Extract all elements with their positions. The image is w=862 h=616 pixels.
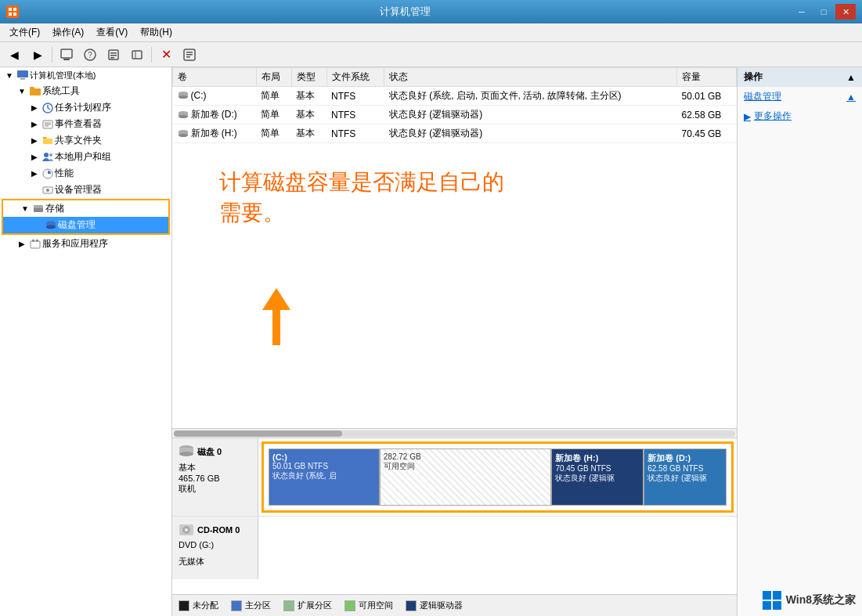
cell-type: 基本 [291,106,326,124]
svg-rect-21 [30,87,34,89]
sidebar-item-device-manager[interactable]: 设备管理器 [0,182,171,198]
cell-status: 状态良好 (逻辑驱动器) [384,124,677,143]
app-icon [6,5,19,18]
disk-0-type: 基本 [179,462,251,474]
svg-rect-0 [9,8,12,11]
toolbar-btn-5[interactable] [103,45,124,65]
svg-point-29 [44,153,49,157]
arrow-head [262,288,290,310]
sidebar-performance-label: 性能 [55,167,74,180]
expand-icon: ▶ [28,169,41,178]
svg-point-38 [46,225,56,229]
svg-rect-9 [110,52,117,54]
cell-fs: NTFS [326,124,384,143]
partition-h[interactable]: 新加卷 (H:) 70.45 GB NTFS 状态良好 (逻辑驱 [551,448,644,506]
toolbar-btn-3[interactable] [56,45,78,65]
sidebar-item-system-tools[interactable]: ▼ 系统工具 [0,83,171,99]
disk-0-status: 联机 [179,483,251,495]
window-controls: ─ □ ✕ [792,4,856,20]
svg-point-53 [179,452,193,456]
legend-primary: 主分区 [231,600,271,611]
partition-free-size: 282.72 GB [384,452,548,461]
cell-status: 状态良好 (系统, 启动, 页面文件, 活动, 故障转储, 主分区) [384,87,677,106]
expand-icon: ▶ [28,120,41,128]
partition-c[interactable]: (C:) 50.01 GB NTFS 状态良好 (系统, 启 [269,448,380,506]
partition-free-status: 可用空间 [384,461,548,472]
svg-point-33 [46,189,49,192]
title-bar: 计算机管理 ─ □ ✕ [0,0,862,23]
sidebar-item-performance[interactable]: ▶ 性能 [0,165,171,182]
sidebar-item-storage[interactable]: ▼ 存储 [3,200,168,217]
volume-table-container: 卷 布局 类型 文件系统 状态 容量 (C:) 简单 基本 NTFS 状态良好 [172,67,737,143]
sidebar-root[interactable]: ▼ 计算机管理(本地) [0,67,171,83]
minimize-button[interactable]: ─ [792,4,812,20]
sidebar-item-event-viewer[interactable]: ▶ 事件查看器 [0,116,171,132]
col-size[interactable]: 容量 [677,68,737,87]
col-status[interactable]: 状态 [384,68,677,87]
performance-icon [41,168,55,180]
svg-rect-1 [13,8,16,11]
partition-d[interactable]: 新加卷 (D:) 62.58 GB NTFS 状态良好 (逻辑驱 [644,448,727,506]
restore-button[interactable]: □ [813,4,834,20]
cdrom-drive: DVD (G:) [179,540,251,549]
toolbar-properties-button[interactable] [179,45,200,65]
partition-h-label: 新加卷 (H:) [555,452,640,464]
svg-rect-10 [110,55,117,56]
sidebar-item-disk-management[interactable]: 磁盘管理 [3,217,168,233]
cell-layout: 简单 [256,87,291,106]
title-bar-left [6,5,19,18]
toolbar-btn-4[interactable]: ? [79,45,101,65]
actions-more-link[interactable]: ▶ 更多操作 [738,106,862,126]
cell-fs: NTFS [326,106,384,124]
expand-icon: ▼ [19,204,31,213]
col-type[interactable]: 类型 [291,68,326,87]
logo-cell-2 [773,591,781,600]
legend-color-unallocated [179,600,189,611]
menu-view[interactable]: 查看(V) [90,24,134,41]
menu-action[interactable]: 操作(A) [46,24,90,41]
col-fs[interactable]: 文件系统 [326,68,384,87]
cell-type: 基本 [291,87,326,106]
expand-icon: ▶ [28,153,41,161]
cell-type: 基本 [291,124,326,143]
back-button[interactable]: ◀ [3,45,25,65]
svg-point-44 [179,95,188,99]
sidebar-item-local-users[interactable]: ▶ 本地用户和组 [0,149,171,165]
toolbar-btn-6[interactable] [126,45,148,65]
legend-free: 可用空间 [344,600,393,611]
svg-rect-35 [34,205,43,208]
legend-label-logical: 逻辑驱动器 [420,600,463,611]
window-title: 计算机管理 [19,5,792,19]
actions-collapse-icon[interactable]: ▲ [846,72,856,83]
storage-icon [31,203,45,215]
watermark: Win8系统之家 [763,591,856,610]
cdrom-icon [179,523,194,537]
table-row[interactable]: (C:) 简单 基本 NTFS 状态良好 (系统, 启动, 页面文件, 活动, … [173,87,737,106]
col-vol[interactable]: 卷 [173,68,257,87]
toolbar-delete-button[interactable]: ✕ [155,45,177,65]
forward-button[interactable]: ▶ [27,45,49,65]
menu-file[interactable]: 文件(F) [3,24,46,41]
actions-disk-management-link[interactable]: 磁盘管理 ▲ [738,87,862,106]
table-row[interactable]: 新加卷 (D:) 简单 基本 NTFS 状态良好 (逻辑驱动器) 62.58 G… [173,106,737,124]
sidebar-item-shared-folders[interactable]: ▶ 共享文件夹 [0,132,171,149]
svg-line-24 [48,108,50,110]
expand-icon: ▼ [16,87,28,95]
cell-layout: 简单 [256,106,291,124]
close-button[interactable]: ✕ [835,4,856,20]
col-layout[interactable]: 布局 [256,68,291,87]
content-area: 卷 布局 类型 文件系统 状态 容量 (C:) 简单 基本 NTFS 状态良好 [172,67,737,616]
svg-rect-18 [17,70,28,77]
horizontal-scrollbar[interactable] [172,428,737,438]
menu-help[interactable]: 帮助(H) [134,24,179,41]
partition-h-status: 状态良好 (逻辑驱 [555,473,640,484]
cell-status: 状态良好 (逻辑驱动器) [384,106,677,124]
sidebar-root-label: 计算机管理(本地) [30,70,96,81]
device-manager-icon [41,184,55,196]
sidebar-item-task-scheduler[interactable]: ▶ 任务计划程序 [0,99,171,116]
sidebar-item-services[interactable]: ▶ 服务和应用程序 [0,236,171,252]
actions-header: 操作 ▲ [738,67,862,87]
table-row[interactable]: 新加卷 (H:) 简单 基本 NTFS 状态良好 (逻辑驱动器) 70.45 G… [173,124,737,143]
disk-section: 磁盘 0 基本 465.76 GB 联机 (C:) 50.01 GB NTFS … [172,438,737,594]
partition-free[interactable]: 282.72 GB 可用空间 [380,448,552,506]
